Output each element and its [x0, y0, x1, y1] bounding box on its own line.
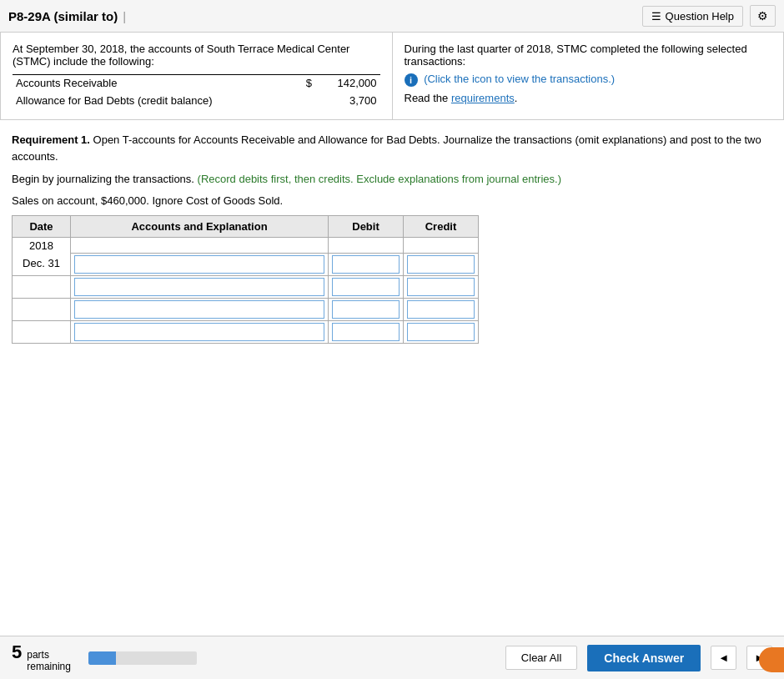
account-input-3[interactable]: [74, 300, 324, 319]
date-cell-1: Dec. 31: [13, 254, 71, 276]
date-cell-2: [13, 276, 71, 299]
click-icon-line: i (Click the icon to view the transactio…: [405, 73, 772, 87]
progress-track: [88, 651, 197, 665]
debit-input-1[interactable]: [332, 255, 400, 274]
col-header-date: Date: [13, 215, 71, 237]
year-label: 2018: [13, 237, 71, 254]
debit-cell-4: [329, 321, 404, 344]
account-table: Accounts Receivable $ 142,000 Allowance …: [13, 74, 380, 109]
footer-bar: 5 parts remaining Clear All Check Answer…: [0, 636, 784, 679]
acct-cell-2: [71, 276, 329, 299]
journal-table: Date Accounts and Explanation Debit Cred…: [12, 215, 479, 345]
year-acct-cell: [71, 237, 329, 254]
requirement-label: Requirement 1.: [12, 133, 90, 146]
info-icon: i: [405, 73, 418, 87]
col-header-credit: Credit: [404, 215, 479, 237]
parts-label: parts: [27, 649, 71, 661]
check-answer-button[interactable]: Check Answer: [587, 645, 701, 671]
instruction-green: (Record debits first, then credits. Excl…: [198, 173, 561, 185]
click-transactions-link[interactable]: (Click the icon to view the transactions…: [424, 73, 615, 85]
col-header-debit: Debit: [329, 215, 404, 237]
credit-input-3[interactable]: [407, 300, 475, 319]
orange-circle-decoration: [759, 647, 784, 672]
col-header-accounts: Accounts and Explanation: [71, 215, 329, 237]
page-title: P8-29A (similar to): [8, 9, 118, 23]
account-name-2: Allowance for Bad Debts (credit balance): [13, 92, 299, 109]
info-right: During the last quarter of 2018, STMC co…: [393, 33, 784, 119]
debit-cell-2: [329, 276, 404, 299]
credit-cell-3: [404, 299, 479, 321]
account-dollar-1: $: [299, 75, 315, 93]
debit-input-2[interactable]: [332, 278, 400, 296]
info-left-description: At September 30, 2018, the accounts of S…: [13, 43, 380, 68]
debit-input-4[interactable]: [332, 323, 400, 341]
remaining-label: remaining: [27, 661, 71, 672]
credit-input-4[interactable]: [407, 323, 475, 341]
progress-bar-container: [88, 651, 197, 665]
account-name-1: Accounts Receivable: [13, 75, 299, 93]
content-area: Requirement 1. Open T-accounts for Accou…: [0, 120, 784, 679]
account-amount-2: 3,700: [315, 92, 379, 109]
date-cell-4: [13, 321, 71, 344]
account-dollar-2: [299, 92, 315, 109]
read-requirements-line: Read the requirements.: [405, 92, 772, 104]
debit-cell-3: [329, 299, 404, 321]
read-period: .: [515, 92, 518, 104]
acct-cell-4: [71, 321, 329, 344]
table-row: [13, 321, 479, 344]
clear-all-button[interactable]: Clear All: [505, 646, 577, 670]
header-right: ☰ Question Help ⚙: [642, 5, 776, 27]
page-header: P8-29A (similar to) | ☰ Question Help ⚙: [0, 0, 784, 33]
year-credit-cell: [404, 237, 479, 254]
account-input-1[interactable]: [74, 255, 324, 274]
parts-info: 5 parts remaining: [12, 643, 78, 672]
progress-fill: [88, 651, 116, 665]
acct-cell-3: [71, 299, 329, 321]
table-row: [13, 276, 479, 299]
question-help-label: Question Help: [666, 10, 734, 23]
read-text: Read the: [405, 92, 451, 104]
table-row: [13, 299, 479, 321]
year-row: 2018: [13, 237, 479, 254]
main-content: Requirement 1. Open T-accounts for Accou…: [0, 120, 784, 360]
requirement-body: Open T-accounts for Accounts Receivable …: [12, 133, 761, 163]
begin-text-line: Begin by journalizing the transactions. …: [12, 171, 772, 188]
info-left: At September 30, 2018, the accounts of S…: [1, 33, 393, 119]
question-help-button[interactable]: ☰ Question Help: [642, 6, 743, 27]
info-section: At September 30, 2018, the accounts of S…: [0, 33, 784, 120]
title-area: P8-29A (similar to) |: [8, 9, 126, 23]
credit-cell-2: [404, 276, 479, 299]
requirements-link[interactable]: requirements: [451, 92, 515, 104]
credit-input-1[interactable]: [407, 255, 475, 274]
year-debit-cell: [329, 237, 404, 254]
credit-input-2[interactable]: [407, 278, 475, 296]
gear-icon: ⚙: [757, 9, 768, 23]
debit-input-3[interactable]: [332, 300, 400, 319]
sales-text: Sales on account, $460,000. Ignore Cost …: [12, 194, 772, 207]
gear-button[interactable]: ⚙: [750, 5, 776, 27]
credit-cell-1: [404, 254, 479, 276]
account-input-4[interactable]: [74, 323, 324, 341]
requirement-text: Requirement 1. Open T-accounts for Accou…: [12, 132, 772, 164]
info-right-description: During the last quarter of 2018, STMC co…: [405, 43, 772, 68]
list-icon: ☰: [651, 10, 661, 23]
date-cell-3: [13, 299, 71, 321]
title-separator: |: [123, 9, 126, 23]
account-amount-1: 142,000: [315, 75, 379, 93]
table-row: Dec. 31: [13, 254, 479, 276]
credit-cell-4: [404, 321, 479, 344]
parts-number: 5: [12, 643, 22, 661]
page-body: Requirement 1. Open T-accounts for Accou…: [0, 120, 784, 679]
acct-cell-1: [71, 254, 329, 276]
prev-nav-button[interactable]: ◄: [711, 646, 736, 670]
debit-cell-1: [329, 254, 404, 276]
begin-text: Begin by journalizing the transactions.: [12, 173, 198, 185]
account-input-2[interactable]: [74, 278, 324, 296]
